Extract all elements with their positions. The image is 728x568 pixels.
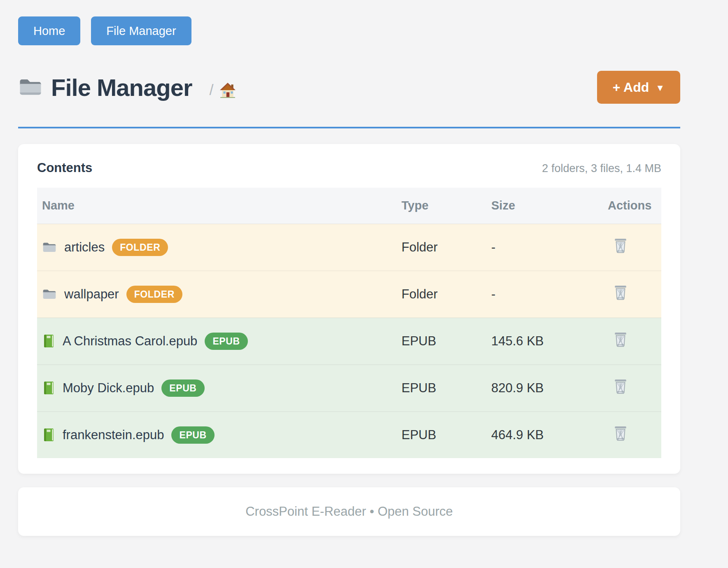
footer-text: CrossPoint E-Reader • Open Source bbox=[245, 504, 453, 519]
delete-button[interactable] bbox=[614, 426, 628, 441]
nav-home-button[interactable]: Home bbox=[18, 16, 80, 45]
trash-icon bbox=[614, 379, 628, 394]
file-table: Name Type Size Actions bbox=[37, 188, 661, 458]
delete-button[interactable] bbox=[614, 285, 628, 300]
table-row[interactable]: wallpaper FOLDER Folder - bbox=[37, 271, 661, 318]
folder-icon bbox=[42, 288, 57, 301]
nav-file-manager-button[interactable]: File Manager bbox=[91, 16, 191, 45]
contents-summary: 2 folders, 3 files, 1.4 MB bbox=[542, 162, 661, 175]
top-nav: Home File Manager bbox=[18, 16, 680, 45]
table-row[interactable]: articles FOLDER Folder - bbox=[37, 224, 661, 271]
delete-button[interactable] bbox=[614, 332, 628, 347]
trash-icon bbox=[614, 426, 628, 441]
file-name[interactable]: frankenstein.epub bbox=[63, 428, 164, 442]
type-badge: FOLDER bbox=[112, 239, 168, 256]
contents-header: Contents 2 folders, 3 files, 1.4 MB bbox=[37, 161, 661, 175]
column-header-type: Type bbox=[397, 188, 486, 224]
type-cell: EPUB bbox=[397, 365, 486, 412]
type-cell: Folder bbox=[397, 224, 486, 271]
table-header-row: Name Type Size Actions bbox=[37, 188, 661, 224]
add-button[interactable]: + Add ▼ bbox=[597, 71, 680, 104]
footer-card: CrossPoint E-Reader • Open Source bbox=[18, 487, 680, 536]
green-book-icon bbox=[42, 381, 55, 396]
size-cell: - bbox=[486, 271, 603, 318]
table-row[interactable]: A Christmas Carol.epub EPUB EPUB 145.6 K… bbox=[37, 318, 661, 365]
file-name[interactable]: articles bbox=[64, 240, 105, 255]
folder-icon bbox=[42, 241, 57, 254]
column-header-size: Size bbox=[486, 188, 603, 224]
type-badge: EPUB bbox=[161, 379, 204, 397]
column-header-name: Name bbox=[37, 188, 397, 224]
contents-title: Contents bbox=[37, 161, 92, 175]
type-cell: EPUB bbox=[397, 318, 486, 365]
contents-card: Contents 2 folders, 3 files, 1.4 MB Name… bbox=[18, 144, 680, 474]
breadcrumb-separator: / bbox=[210, 81, 214, 99]
green-book-icon bbox=[42, 334, 55, 349]
column-header-actions: Actions bbox=[603, 188, 661, 224]
title-underline bbox=[18, 127, 680, 128]
type-badge: EPUB bbox=[205, 333, 247, 350]
page-title: File Manager bbox=[51, 74, 192, 101]
delete-button[interactable] bbox=[614, 238, 628, 254]
page: Home File Manager File Manager / bbox=[18, 0, 680, 536]
type-badge: FOLDER bbox=[126, 286, 182, 303]
trash-icon bbox=[614, 285, 628, 300]
breadcrumb: / bbox=[210, 81, 236, 99]
type-cell: EPUB bbox=[397, 412, 486, 458]
file-name[interactable]: Moby Dick.epub bbox=[63, 381, 154, 396]
trash-icon bbox=[614, 238, 628, 254]
size-cell: 820.9 KB bbox=[486, 365, 603, 412]
home-icon[interactable] bbox=[219, 82, 236, 98]
folder-icon bbox=[18, 77, 43, 97]
table-row[interactable]: Moby Dick.epub EPUB EPUB 820.9 KB bbox=[37, 365, 661, 412]
table-row[interactable]: frankenstein.epub EPUB EPUB 464.9 KB bbox=[37, 412, 661, 458]
type-badge: EPUB bbox=[171, 426, 214, 444]
add-button-label: + Add bbox=[613, 80, 649, 95]
file-name[interactable]: A Christmas Carol.epub bbox=[63, 334, 197, 349]
page-header: File Manager / + Add ▼ bbox=[18, 71, 680, 104]
chevron-down-icon: ▼ bbox=[656, 83, 665, 93]
size-cell: - bbox=[486, 224, 603, 271]
file-name[interactable]: wallpaper bbox=[64, 287, 119, 302]
size-cell: 145.6 KB bbox=[486, 318, 603, 365]
title-wrap: File Manager bbox=[18, 74, 192, 101]
size-cell: 464.9 KB bbox=[486, 412, 603, 458]
green-book-icon bbox=[42, 428, 55, 442]
type-cell: Folder bbox=[397, 271, 486, 318]
trash-icon bbox=[614, 332, 628, 347]
delete-button[interactable] bbox=[614, 379, 628, 394]
